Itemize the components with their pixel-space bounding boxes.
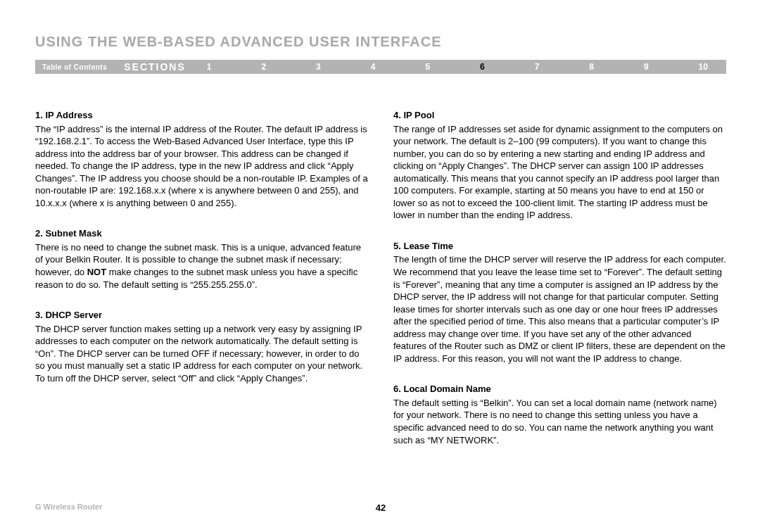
section-link-5[interactable]: 5: [421, 61, 434, 73]
footer-page-number: 42: [35, 502, 726, 513]
body-subnet-mask-bold: NOT: [87, 267, 106, 277]
content-columns: 1. IP Address The “IP address” is the in…: [35, 109, 726, 464]
sections-label: SECTIONS: [124, 61, 186, 72]
body-subnet-mask: There is no need to change the subnet ma…: [35, 241, 368, 291]
section-link-10[interactable]: 10: [695, 61, 712, 73]
toc-link[interactable]: Table of Contents: [42, 63, 107, 71]
section-link-9[interactable]: 9: [640, 61, 653, 73]
body-ip-pool: The range of IP addresses set aside for …: [393, 123, 726, 222]
section-numbers: 1 2 3 4 5 6 7 8 9 10: [203, 61, 719, 73]
body-local-domain-name: The default setting is “Belkin”. You can…: [393, 397, 726, 446]
document-page: USING THE WEB-BASED ADVANCED USER INTERF…: [0, 0, 760, 532]
section-link-1[interactable]: 1: [203, 61, 216, 73]
page-title: USING THE WEB-BASED ADVANCED USER INTERF…: [35, 34, 726, 50]
section-nav-bar: Table of Contents SECTIONS 1 2 3 4 5 6 7…: [35, 60, 726, 74]
heading-lease-time: 5. Lease Time: [393, 240, 726, 253]
section-link-6[interactable]: 6: [476, 61, 489, 73]
section-link-2[interactable]: 2: [257, 61, 270, 73]
section-link-7[interactable]: 7: [531, 61, 544, 73]
body-lease-time: The length of time the DHCP server will …: [393, 253, 726, 365]
page-footer: G Wireless Router 42: [35, 502, 726, 511]
left-column: 1. IP Address The “IP address” is the in…: [35, 109, 368, 464]
body-dhcp-server: The DHCP server function makes setting u…: [35, 323, 368, 385]
heading-dhcp-server: 3. DHCP Server: [35, 309, 368, 322]
section-link-4[interactable]: 4: [367, 61, 380, 73]
body-ip-address: The “IP address” is the internal IP addr…: [35, 123, 368, 210]
section-link-8[interactable]: 8: [585, 61, 598, 73]
heading-ip-address: 1. IP Address: [35, 109, 368, 122]
section-link-3[interactable]: 3: [312, 61, 325, 73]
heading-local-domain-name: 6. Local Domain Name: [393, 383, 726, 395]
right-column: 4. IP Pool The range of IP addresses set…: [393, 109, 726, 464]
heading-subnet-mask: 2. Subnet Mask: [35, 227, 368, 240]
heading-ip-pool: 4. IP Pool: [393, 109, 726, 122]
